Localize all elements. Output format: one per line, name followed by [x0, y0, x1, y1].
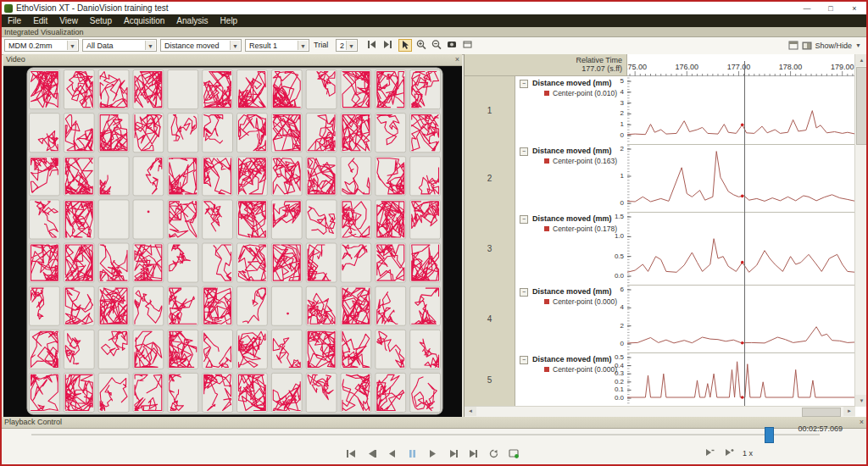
pause-button[interactable]: [405, 447, 420, 459]
well: [376, 200, 406, 239]
collapse-icon[interactable]: −: [520, 356, 528, 364]
screen-capture-button[interactable]: [507, 447, 521, 459]
loop-button[interactable]: [487, 447, 501, 459]
menu-view[interactable]: View: [53, 14, 84, 27]
well: [341, 157, 371, 196]
maximize-button[interactable]: □: [819, 4, 843, 13]
window-icon: [788, 41, 798, 50]
close-icon[interactable]: ×: [860, 417, 864, 428]
well: [376, 157, 406, 196]
well: [410, 70, 441, 109]
well: [30, 330, 60, 369]
collapse-icon[interactable]: −: [520, 215, 528, 224]
well: [376, 330, 406, 369]
menu-file[interactable]: File: [2, 14, 27, 27]
scroll-down-icon[interactable]: ▼: [855, 395, 868, 407]
well: [271, 114, 302, 153]
scrollbar-thumb[interactable]: [802, 408, 841, 417]
chart-row-3[interactable]: [627, 212, 855, 285]
trial-label: Trial: [314, 39, 328, 52]
step-back-button[interactable]: [364, 447, 379, 459]
well: [30, 157, 60, 196]
well: [168, 286, 198, 325]
time-cursor-line[interactable]: [744, 61, 745, 407]
timeline-thumb[interactable]: [765, 427, 774, 443]
well: [306, 157, 337, 196]
y-tick-label: 1.5: [597, 213, 624, 220]
video-panel-title: Video: [6, 55, 25, 64]
well: [271, 157, 302, 196]
detach-icon[interactable]: [462, 39, 476, 52]
well: [306, 70, 337, 109]
go-to-end-button[interactable]: [466, 447, 481, 459]
measure-dropdown[interactable]: Distance moved▼: [160, 39, 242, 52]
y-tick-label: 0.5: [597, 353, 624, 361]
well: [168, 114, 198, 153]
play-reverse-button[interactable]: [385, 447, 399, 459]
scroll-up-icon[interactable]: ▲: [855, 54, 868, 66]
well: [98, 373, 129, 412]
chart-row-4[interactable]: [627, 285, 855, 352]
well: [203, 373, 233, 412]
well: [98, 330, 129, 369]
well: [341, 373, 371, 412]
well: [133, 286, 164, 325]
step-forward-button[interactable]: [446, 447, 460, 459]
well: [64, 330, 94, 369]
zoom-in-icon[interactable]: [415, 39, 429, 52]
select-cursor-icon[interactable]: [398, 39, 412, 52]
menu-setup[interactable]: Setup: [84, 14, 118, 27]
profile-dropdown[interactable]: MDM 0.2mm▼: [4, 39, 79, 52]
snapshot-icon[interactable]: [446, 39, 459, 52]
scroll-right-icon[interactable]: ►: [843, 407, 855, 416]
go-to-end-icon[interactable]: [381, 39, 395, 52]
well: [341, 330, 371, 369]
well: [168, 243, 198, 282]
row-number: 3: [465, 212, 515, 285]
chart-row-1[interactable]: [627, 76, 855, 144]
svg-text:175.00: 175.00: [627, 63, 647, 71]
scrollbar-thumb[interactable]: [856, 67, 868, 145]
well: [237, 330, 268, 369]
play-button[interactable]: [426, 447, 440, 459]
vertical-scrollbar[interactable]: ▲ ▼: [854, 54, 868, 407]
result-dropdown[interactable]: Result 1▼: [245, 39, 309, 52]
menu-edit[interactable]: Edit: [27, 14, 53, 27]
collapse-icon[interactable]: −: [520, 80, 528, 88]
close-icon[interactable]: ×: [455, 54, 459, 65]
scroll-left-icon[interactable]: ◄: [465, 407, 476, 416]
go-to-start-button[interactable]: [344, 447, 359, 459]
playback-panel-header: Playback Control ×: [2, 417, 866, 429]
speed-down-button[interactable]: [704, 447, 715, 459]
trial-dropdown[interactable]: 2▼: [336, 39, 358, 52]
minimize-button[interactable]: —: [795, 4, 819, 13]
chevron-down-icon: ▼: [67, 41, 77, 50]
zoom-out-icon[interactable]: [431, 39, 444, 52]
chart-row-5[interactable]: [627, 352, 855, 407]
well: [133, 157, 164, 196]
timeline-track[interactable]: [31, 434, 820, 435]
go-to-start-icon[interactable]: [366, 39, 380, 52]
well: [64, 373, 94, 412]
well: [168, 330, 198, 369]
well: [30, 243, 60, 282]
well: [271, 70, 302, 109]
menu-analysis[interactable]: Analysis: [170, 14, 214, 27]
legend-swatch: [544, 158, 549, 164]
menu-acquisition[interactable]: Acquisition: [118, 14, 170, 27]
menu-help[interactable]: Help: [214, 14, 244, 27]
y-tick-label: 0.1: [597, 386, 624, 393]
y-tick-label: 0: [597, 199, 624, 207]
speed-up-button[interactable]: [723, 447, 735, 459]
collapse-icon[interactable]: −: [520, 147, 528, 156]
well-plate-video[interactable]: [3, 66, 462, 417]
chart-row-2[interactable]: [627, 144, 855, 212]
well: [306, 330, 337, 369]
data-dropdown[interactable]: All Data▼: [82, 39, 157, 52]
collapse-icon[interactable]: −: [520, 288, 528, 297]
close-button[interactable]: ×: [843, 4, 866, 13]
horizontal-scrollbar[interactable]: ◄ ►: [465, 406, 855, 417]
playback-time: 00:02:57.069: [798, 424, 843, 433]
well: [133, 200, 164, 239]
show-hide-control[interactable]: Show/Hide ▼: [788, 39, 861, 52]
